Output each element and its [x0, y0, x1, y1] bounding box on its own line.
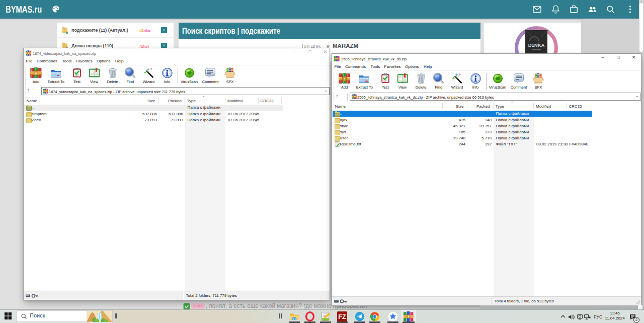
svg-text:D1NKA: D1NKA: [528, 42, 545, 48]
svg-text:FZ: FZ: [338, 313, 346, 320]
